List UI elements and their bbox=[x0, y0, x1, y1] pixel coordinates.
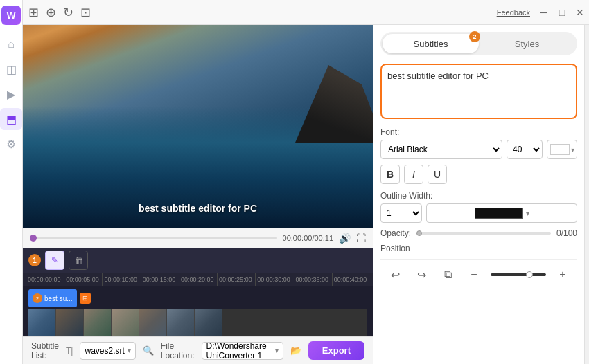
outline-width-select[interactable]: 1 bbox=[380, 203, 422, 223]
ruler-mark-35: 00:00:35:00 bbox=[294, 273, 332, 286]
close-button[interactable]: ✕ bbox=[573, 6, 587, 19]
font-label: Font: bbox=[380, 127, 577, 137]
search-icon[interactable]: 🔍 bbox=[143, 345, 154, 356]
timeline-ruler: 00:00:00:00 00:00:05:00 00:00:10:00 00:0… bbox=[23, 273, 373, 286]
app-logo: W bbox=[1, 6, 21, 25]
subtitle-clip-badge: 2 bbox=[33, 293, 42, 303]
video-section: best subtitle editor for PC 00:00:00/00:… bbox=[23, 25, 373, 364]
title-bar: ⊞ ⊕ ↻ ⊡ Feedback ─ □ ✕ bbox=[23, 0, 589, 25]
video-player[interactable]: best subtitle editor for PC bbox=[23, 25, 373, 228]
ruler-mark-40: 00:00:40:00 bbox=[332, 273, 370, 286]
sidebar-item-folder[interactable]: ◫ bbox=[0, 58, 22, 80]
minimize-button[interactable]: ─ bbox=[537, 6, 551, 19]
thumb-1 bbox=[28, 309, 56, 336]
undo-button[interactable]: ↩ bbox=[385, 265, 405, 284]
file-location-label: File Location: bbox=[161, 341, 195, 361]
subtitle-clip-label: best su... bbox=[44, 295, 73, 302]
font-color-button[interactable]: ▾ bbox=[547, 140, 577, 159]
outline-color-button[interactable]: ▾ bbox=[426, 203, 577, 223]
tab-styles[interactable]: Styles bbox=[479, 34, 575, 53]
timeline-toolbar: 1 ✎ 🗑 bbox=[23, 248, 373, 273]
font-size-select[interactable]: 40 bbox=[507, 140, 543, 159]
outline-color-swatch bbox=[475, 208, 523, 219]
right-panel: Subtitles 2 Styles best subtitle editor … bbox=[373, 25, 584, 364]
progress-bar[interactable] bbox=[30, 237, 277, 239]
underline-button[interactable]: U bbox=[428, 165, 447, 184]
zoom-slider[interactable] bbox=[491, 273, 546, 276]
subtitle-clip[interactable]: 2 best su... bbox=[28, 289, 77, 307]
subtitle-file-select[interactable]: waves2.srt ▾ bbox=[80, 342, 135, 360]
position-label: Position bbox=[380, 244, 577, 253]
volume-icon[interactable]: 🔊 bbox=[339, 233, 351, 244]
title-bar-controls: Feedback ─ □ ✕ bbox=[497, 6, 587, 19]
file-path-select[interactable]: D:\Wondershare UniConverter 1 ▾ bbox=[202, 342, 283, 360]
thumb-6 bbox=[167, 309, 195, 336]
bold-button[interactable]: B bbox=[380, 165, 400, 184]
tab-subtitles[interactable]: Subtitles 2 bbox=[383, 34, 479, 53]
opacity-slider[interactable] bbox=[416, 232, 551, 235]
thumb-3 bbox=[84, 309, 112, 336]
ruler-mark-5: 00:00:05:00 bbox=[64, 273, 102, 286]
folder-icon[interactable]: 📂 bbox=[290, 345, 301, 356]
sidebar: W ⌂ ◫ ▶ ⬒ ⚙ bbox=[0, 0, 23, 364]
video-subtitle-overlay: best subtitle editor for PC bbox=[139, 203, 257, 214]
maximize-button[interactable]: □ bbox=[555, 6, 569, 19]
delete-button[interactable]: 🗑 bbox=[69, 251, 88, 270]
timeline-badge: 1 bbox=[28, 254, 41, 266]
subtitle-list-label: Subtitle List: bbox=[31, 341, 59, 361]
ruler-mark-10: 00:00:10:00 bbox=[102, 273, 140, 286]
zoom-handle bbox=[526, 271, 533, 278]
ruler-mark-0: 00:00:00:00 bbox=[26, 273, 64, 286]
main-area: ⊞ ⊕ ↻ ⊡ Feedback ─ □ ✕ best subtitle edi… bbox=[23, 0, 589, 364]
video-thumb-track bbox=[28, 309, 367, 336]
bottom-bar: Subtitle List: T| waves2.srt ▾ 🔍 File Lo… bbox=[23, 336, 373, 364]
fullscreen-icon[interactable]: ⛶ bbox=[356, 233, 366, 244]
redo-button[interactable]: ↪ bbox=[412, 265, 431, 284]
opacity-label: Opacity: bbox=[380, 228, 411, 238]
export-button[interactable]: Export bbox=[308, 341, 364, 360]
copy-button[interactable]: ⧉ bbox=[438, 265, 457, 284]
ruler-marks: 00:00:00:00 00:00:05:00 00:00:10:00 00:0… bbox=[26, 273, 370, 286]
ruler-mark-20: 00:00:20:00 bbox=[179, 273, 217, 286]
subtitle-marker: ⊞ bbox=[80, 293, 91, 304]
panel-actions: ↩ ↪ ⧉ − + bbox=[380, 259, 577, 290]
ruler-mark-15: 00:00:15:00 bbox=[141, 273, 179, 286]
italic-button[interactable]: I bbox=[404, 165, 423, 184]
zoom-out-button[interactable]: − bbox=[464, 265, 484, 284]
tabs-header: Subtitles 2 Styles bbox=[380, 32, 577, 55]
sidebar-item-media[interactable]: ▶ bbox=[0, 83, 22, 105]
font-family-select[interactable]: Arial Black bbox=[380, 140, 502, 159]
sidebar-item-home[interactable]: ⌂ bbox=[0, 33, 22, 55]
add-media-icon[interactable]: ⊕ bbox=[46, 5, 56, 20]
new-file-icon[interactable]: ⊞ bbox=[28, 5, 39, 20]
progress-dot bbox=[30, 235, 37, 242]
outline-width-label: Outline Width: bbox=[380, 191, 577, 201]
sidebar-item-settings[interactable]: ⚙ bbox=[0, 133, 22, 155]
title-bar-tools: ⊞ ⊕ ↻ ⊡ bbox=[28, 5, 91, 20]
subtitle-icon: T| bbox=[66, 346, 73, 356]
refresh-icon[interactable]: ↻ bbox=[63, 5, 73, 20]
font-row: Arial Black 40 ▾ bbox=[380, 140, 577, 159]
ruler-mark-25: 00:00:25:00 bbox=[217, 273, 255, 286]
format-row: B I U bbox=[380, 165, 577, 184]
right-edge-panel bbox=[584, 25, 589, 364]
feedback-link[interactable]: Feedback bbox=[497, 8, 530, 17]
content-area: best subtitle editor for PC 00:00:00/00:… bbox=[23, 25, 589, 364]
subtitle-text-input[interactable]: best subtitle editor for PC bbox=[380, 64, 577, 119]
thumb-4 bbox=[112, 309, 139, 336]
thumb-2 bbox=[56, 309, 84, 336]
opacity-value: 0/100 bbox=[556, 228, 577, 238]
thumb-7 bbox=[195, 309, 222, 336]
sidebar-item-subtitle[interactable]: ⬒ bbox=[0, 108, 22, 130]
ruler-mark-30: 00:00:30:00 bbox=[255, 273, 293, 286]
export-icon[interactable]: ⊡ bbox=[80, 5, 91, 20]
subtitle-edit-button[interactable]: ✎ bbox=[45, 251, 64, 270]
outline-row: 1 ▾ bbox=[380, 203, 577, 223]
timeline-tracks: 2 best su... ⊞ bbox=[23, 286, 373, 336]
opacity-row: Opacity: 0/100 bbox=[380, 228, 577, 238]
font-color-swatch bbox=[550, 144, 570, 155]
opacity-handle bbox=[416, 230, 422, 236]
video-controls: 00:00:00/00:11 🔊 ⛶ bbox=[23, 228, 373, 248]
zoom-in-button[interactable]: + bbox=[553, 265, 572, 284]
time-display: 00:00:00/00:11 bbox=[283, 234, 333, 242]
